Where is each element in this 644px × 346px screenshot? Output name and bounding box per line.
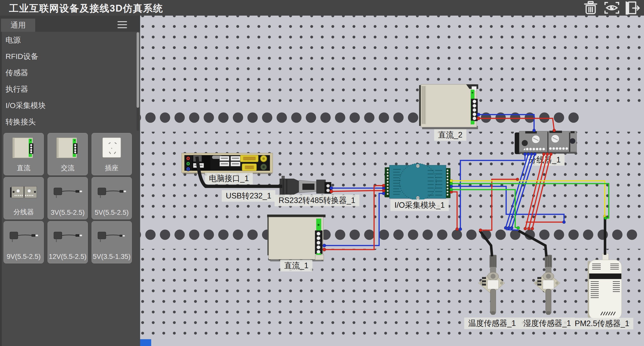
hamburger-menu-icon[interactable] <box>117 21 127 29</box>
tile-label: 分线器 <box>4 207 44 217</box>
palette-tile-5v-135[interactable]: 5V(3.5-1.35) <box>92 221 132 263</box>
cable-usb <box>197 157 282 186</box>
app-title: 工业互联网设备及接线3D仿真系统 <box>9 2 163 15</box>
tile-label: 5V(3.5-1.35) <box>92 253 132 261</box>
menu-item-adapter[interactable]: 转换接头 <box>0 114 140 130</box>
view-eye-icon[interactable] <box>603 1 620 15</box>
wires-layer[interactable] <box>140 16 644 346</box>
tile-label: 3V(5.5-2.5) <box>48 209 88 217</box>
socket-thumbnail <box>99 136 124 160</box>
palette-tile-socket[interactable]: 插座 <box>92 133 132 175</box>
menu-item-io[interactable]: I/O采集模块 <box>0 97 140 114</box>
trash-icon[interactable] <box>582 1 599 15</box>
adapter-thumbnail <box>95 224 128 249</box>
exit-icon[interactable] <box>624 1 641 15</box>
cable-humidity <box>518 231 546 256</box>
title-bar: 工业互联网设备及接线3D仿真系统 <box>0 0 644 16</box>
tab-general[interactable]: 通用 <box>1 19 35 32</box>
connector-yellow <box>450 179 606 218</box>
simulation-canvas[interactable]: 直流_2 电脑接口_1 USB转232_1 RS232转485转换器_1 I/O… <box>140 16 644 346</box>
palette-tile-12v[interactable]: 12V(5.5-2.5) <box>48 221 88 263</box>
tile-label: 插座 <box>92 163 132 172</box>
menu-item-actuator[interactable]: 执行器 <box>0 81 140 97</box>
menu-item-rfid[interactable]: RFID设备 <box>0 48 140 64</box>
corner-marker <box>140 339 151 346</box>
adapter-thumbnail <box>7 224 40 249</box>
tile-label: 12V(5.5-2.5) <box>48 253 88 261</box>
tile-label: 9V(5.5-2.5) <box>4 253 44 261</box>
tile-label: 5V(5.5-2.5) <box>92 209 132 217</box>
menu-scrollbar[interactable] <box>137 32 139 131</box>
palette-tile-3v[interactable]: 3V(5.5-2.5) <box>48 177 88 219</box>
palette-tile-splitter[interactable]: 分线器 <box>4 177 44 219</box>
adapter-thumbnail <box>51 180 84 204</box>
tile-label: 交流 <box>48 163 88 172</box>
palette-tile-ac[interactable]: 交流 <box>48 133 88 175</box>
sidebar: 通用 电源 RFID设备 传感器 执行器 I/O采集模块 转换接头 直流 <box>0 16 140 346</box>
psu-thumbnail <box>11 136 36 160</box>
palette-tile-dc[interactable]: 直流 <box>4 133 44 175</box>
menu-item-power[interactable]: 电源 <box>0 32 140 48</box>
psu-thumbnail <box>55 136 80 160</box>
adapter-thumbnail <box>51 224 84 249</box>
tab-bar: 通用 <box>0 16 140 32</box>
adapter-thumbnail <box>95 180 128 204</box>
device-palette: 直流 交流 插座 <box>4 133 132 263</box>
tile-label: 直流 <box>4 163 44 172</box>
splitter-thumbnail <box>9 180 39 204</box>
toolbar <box>582 1 641 15</box>
menu-item-sensor[interactable]: 传感器 <box>0 64 140 81</box>
palette-tile-9v[interactable]: 9V(5.5-2.5) <box>4 221 44 263</box>
wire-green <box>451 184 609 228</box>
category-menu: 电源 RFID设备 传感器 执行器 I/O采集模块 转换接头 <box>0 32 140 130</box>
cable-temp <box>480 231 492 256</box>
wire-blue <box>324 115 564 246</box>
palette-tile-5v[interactable]: 5V(5.5-2.5) <box>92 177 132 219</box>
